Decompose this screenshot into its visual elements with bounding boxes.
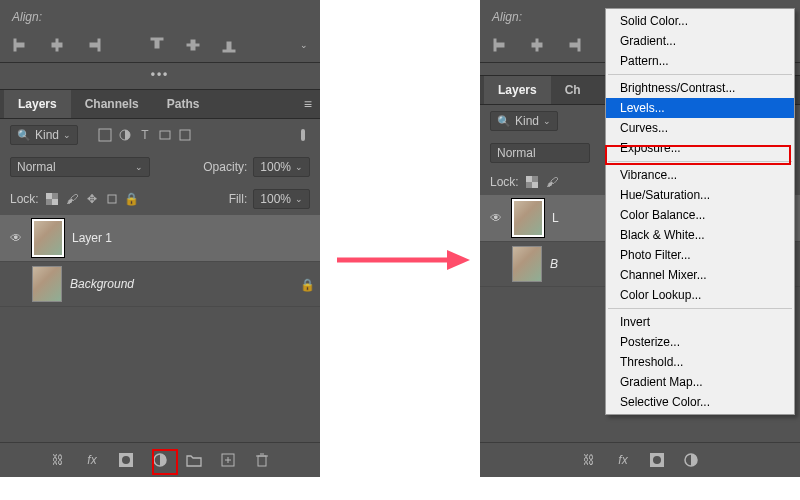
mask-icon[interactable] [648, 451, 666, 469]
lock-paint-icon[interactable]: 🖌 [65, 192, 79, 206]
align-left-icon[interactable] [492, 36, 510, 54]
svg-rect-38 [532, 182, 538, 188]
menu-curves[interactable]: Curves... [606, 118, 794, 138]
new-layer-icon[interactable] [219, 451, 237, 469]
tab-channels[interactable]: Channels [71, 90, 153, 118]
filter-kind-select[interactable]: 🔍Kind⌄ [10, 125, 78, 145]
filter-shape-icon[interactable] [158, 128, 172, 142]
link-icon[interactable]: ⛓ [580, 451, 598, 469]
opacity-input[interactable]: 100%⌄ [253, 157, 310, 177]
svg-rect-7 [155, 40, 159, 48]
menu-exposure[interactable]: Exposure... [606, 138, 794, 158]
opacity-label: Opacity: [203, 160, 247, 174]
svg-marker-43 [447, 250, 470, 270]
menu-separator [608, 308, 792, 309]
menu-posterize[interactable]: Posterize... [606, 332, 794, 352]
group-icon[interactable] [185, 451, 203, 469]
svg-rect-5 [90, 43, 98, 47]
panel-tabs: Layers Channels Paths ≡ [0, 90, 320, 119]
tab-paths[interactable]: Paths [153, 90, 214, 118]
svg-rect-18 [46, 193, 52, 199]
blend-mode-select[interactable]: Normal [490, 143, 590, 163]
menu-pattern[interactable]: Pattern... [606, 51, 794, 71]
filter-adjust-icon[interactable] [118, 128, 132, 142]
filter-kind-select[interactable]: 🔍Kind⌄ [490, 111, 558, 131]
lock-artboard-icon[interactable] [105, 192, 119, 206]
layers-panel-left: Align: ⌄ ••• Layers Channels Paths ≡ 🔍Ki… [0, 0, 320, 477]
svg-rect-20 [108, 195, 116, 203]
adjustment-layer-icon[interactable] [682, 451, 700, 469]
mask-icon[interactable] [117, 451, 135, 469]
align-right-icon[interactable] [84, 36, 102, 54]
svg-rect-16 [301, 129, 305, 141]
more-icon[interactable]: ••• [151, 67, 170, 81]
lock-transparent-icon[interactable] [45, 192, 59, 206]
fill-label: Fill: [229, 192, 248, 206]
align-center-h-icon[interactable] [48, 36, 66, 54]
blend-mode-select[interactable]: Normal⌄ [10, 157, 150, 177]
layer-row-1[interactable]: 👁 Layer 1 [0, 215, 320, 262]
menu-channel-mixer[interactable]: Channel Mixer... [606, 265, 794, 285]
lock-row: Lock: 🖌 ✥ 🔒 Fill: 100%⌄ [0, 183, 320, 215]
layer-name[interactable]: Background [70, 277, 292, 291]
menu-vibrance[interactable]: Vibrance... [606, 165, 794, 185]
menu-photo-filter[interactable]: Photo Filter... [606, 245, 794, 265]
menu-levels[interactable]: Levels... [606, 98, 794, 118]
fx-icon[interactable]: fx [614, 451, 632, 469]
align-top-icon[interactable] [148, 36, 166, 54]
menu-threshold[interactable]: Threshold... [606, 352, 794, 372]
collapse-icon[interactable]: ⌄ [300, 40, 308, 50]
align-bottom-icon[interactable] [220, 36, 238, 54]
svg-rect-9 [191, 40, 195, 50]
align-label: Align: [12, 10, 42, 24]
svg-point-40 [653, 456, 661, 464]
fx-icon[interactable]: fx [83, 451, 101, 469]
svg-rect-35 [570, 43, 578, 47]
menu-gradient-map[interactable]: Gradient Map... [606, 372, 794, 392]
panel-menu-icon[interactable]: ≡ [304, 96, 312, 112]
visibility-icon[interactable] [8, 276, 24, 292]
lock-all-icon[interactable]: 🔒 [125, 192, 139, 206]
menu-color-lookup[interactable]: Color Lookup... [606, 285, 794, 305]
tab-layers[interactable]: Layers [4, 90, 71, 118]
adjustment-menu: Solid Color... Gradient... Pattern... Br… [605, 8, 795, 415]
menu-brightness[interactable]: Brightness/Contrast... [606, 78, 794, 98]
tab-channels[interactable]: Ch [551, 76, 595, 104]
svg-rect-15 [180, 130, 190, 140]
align-middle-v-icon[interactable] [184, 36, 202, 54]
menu-hue[interactable]: Hue/Saturation... [606, 185, 794, 205]
menu-solid-color[interactable]: Solid Color... [606, 11, 794, 31]
align-buttons: ⌄ [0, 26, 320, 63]
menu-invert[interactable]: Invert [606, 312, 794, 332]
layer-thumb[interactable] [32, 266, 62, 302]
align-center-h-icon[interactable] [528, 36, 546, 54]
layer-name[interactable]: Layer 1 [72, 231, 312, 245]
menu-selective-color[interactable]: Selective Color... [606, 392, 794, 412]
fill-input[interactable]: 100%⌄ [253, 189, 310, 209]
align-right-icon[interactable] [564, 36, 582, 54]
align-left-icon[interactable] [12, 36, 30, 54]
layer-row-bg[interactable]: Background 🔒 [0, 262, 320, 307]
menu-bw[interactable]: Black & White... [606, 225, 794, 245]
menu-gradient[interactable]: Gradient... [606, 31, 794, 51]
filter-pixel-icon[interactable] [98, 128, 112, 142]
filter-type-icon[interactable]: T [138, 128, 152, 142]
visibility-icon[interactable]: 👁 [8, 230, 24, 246]
svg-rect-27 [258, 456, 266, 466]
svg-rect-33 [532, 43, 542, 47]
link-icon[interactable]: ⛓ [49, 451, 67, 469]
layer-thumb[interactable] [32, 219, 64, 257]
tab-layers[interactable]: Layers [484, 76, 551, 104]
filter-toggle-icon[interactable] [296, 128, 310, 142]
menu-color-balance[interactable]: Color Balance... [606, 205, 794, 225]
svg-rect-31 [496, 43, 504, 47]
lock-position-icon[interactable]: ✥ [85, 192, 99, 206]
trash-icon[interactable] [253, 451, 271, 469]
filter-smart-icon[interactable] [178, 128, 192, 142]
blend-row: Normal⌄ Opacity: 100%⌄ [0, 151, 320, 183]
layer-filter-row: 🔍Kind⌄ T [0, 119, 320, 151]
svg-rect-1 [16, 43, 24, 47]
adjustment-layer-icon[interactable] [151, 451, 169, 469]
svg-rect-12 [99, 129, 111, 141]
svg-rect-37 [526, 176, 532, 182]
